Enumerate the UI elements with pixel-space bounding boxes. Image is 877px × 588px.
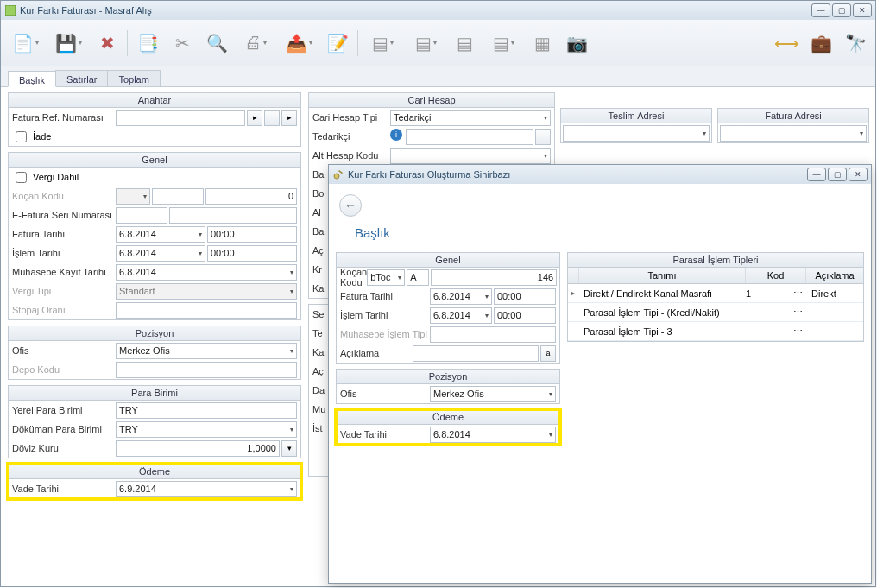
wizard-close-button[interactable]: ✕ <box>849 168 868 181</box>
muhkayit-date[interactable]: 6.8.2014▾ <box>116 264 297 281</box>
iade-checkbox[interactable] <box>16 131 27 142</box>
yerel-input <box>116 402 297 419</box>
layout-button[interactable]: ⟷ <box>772 28 801 58</box>
tab-satirlar[interactable]: Satırlar <box>55 70 108 86</box>
wiz-ode-header: Ödeme <box>337 410 559 425</box>
fatura-ref-nav[interactable]: ▸ <box>281 110 297 126</box>
faturaadr-select[interactable]: ▾ <box>720 125 867 142</box>
briefcase-button[interactable]: 💼 <box>806 28 836 58</box>
tab-toplam[interactable]: Toplam <box>107 70 160 86</box>
camera-button[interactable]: 📷 <box>562 28 591 58</box>
doviz-input[interactable] <box>116 440 280 457</box>
cut-button[interactable]: ✂ <box>167 28 197 58</box>
fatura-ref-input <box>116 110 245 126</box>
odeme-header: Ödeme <box>9 465 300 479</box>
grid-button[interactable]: ▦ <box>527 28 557 58</box>
wiz-isltar-time[interactable] <box>494 307 556 324</box>
teslim-header: Teslim Adresi <box>561 109 711 123</box>
wiz-muhtip-label: Muhasebe İşlem Tipi <box>340 329 430 339</box>
faturaadr-header: Fatura Adresi <box>718 109 868 123</box>
print-button[interactable]: 🖨▾ <box>237 28 274 58</box>
doviz-down[interactable]: ▾ <box>281 440 297 457</box>
wiz-kocan-seq1[interactable] <box>407 269 429 286</box>
doc4-button[interactable]: ▤▾ <box>484 28 522 58</box>
col-aciklama[interactable]: Açıklama <box>806 268 863 283</box>
export-button[interactable]: 📤▾ <box>280 28 318 58</box>
col-tanimi[interactable]: Tanımı <box>579 268 746 283</box>
wiz-vade-label: Vade Tarihi <box>340 429 430 439</box>
fatura-ref-more[interactable]: ⋯ <box>264 110 280 126</box>
wizard-minimize-button[interactable]: — <box>807 168 826 181</box>
islemtarihi-time[interactable] <box>207 245 297 262</box>
maximize-button[interactable]: ▢ <box>832 3 851 17</box>
cell-kod[interactable]: 1⋯ <box>746 288 806 299</box>
depo-label: Depo Kodu <box>12 364 116 375</box>
vade-date[interactable]: 6.9.2014▾ <box>116 481 297 497</box>
wiz-isltar-date[interactable]: 6.8.2014▾ <box>430 307 492 324</box>
vergitipi-select: Standart▾ <box>116 283 297 300</box>
teslim-select[interactable]: ▾ <box>563 125 710 142</box>
note-button[interactable]: 📝 <box>323 28 352 58</box>
wiz-vade-date[interactable]: 6.8.2014▾ <box>430 427 556 443</box>
islemtarihi-label: İşlem Tarihi <box>12 248 116 258</box>
cell-tanimi: Parasal İşlem Tipi - 3 <box>578 326 746 337</box>
wiz-kocan-label: Koçan Kodu <box>340 267 367 288</box>
wizard-title: Kur Farkı Faturası Oluşturma Sihirbazı <box>348 169 807 180</box>
wiz-aciklama-expand[interactable]: a <box>540 345 556 362</box>
col-kod[interactable]: Kod <box>746 268 806 283</box>
preview-button[interactable]: 🔍 <box>202 28 231 58</box>
window-title: Kur Farkı Faturası - Masraf Alış <box>20 5 811 16</box>
wiz-kocan-select[interactable]: bToc▾ <box>367 269 405 286</box>
wiz-kocan-seq2[interactable] <box>431 269 557 286</box>
save-button[interactable]: 💾▾ <box>49 28 87 58</box>
faturatarihi-time[interactable] <box>207 226 297 243</box>
faturatarihi-date[interactable]: 6.8.2014▾ <box>116 226 205 243</box>
wizard-maximize-button[interactable]: ▢ <box>828 168 847 181</box>
kocan-label: Koçan Kodu <box>12 191 116 201</box>
binoculars-button[interactable]: 🔭 <box>841 28 870 58</box>
table-row[interactable]: Parasal İşlem Tipi - 3⋯ <box>568 322 863 341</box>
vergi-dahil-checkbox[interactable] <box>16 172 27 183</box>
anahtar-header: Anahtar <box>9 93 300 108</box>
wizard-back-button[interactable]: ← <box>339 194 362 217</box>
depo-input <box>116 362 297 378</box>
efatura-input <box>116 207 167 224</box>
ofis-select[interactable]: Merkez Ofis▾ <box>116 343 297 359</box>
new-button[interactable]: 📄▾ <box>6 28 44 58</box>
svg-rect-2 <box>338 170 343 174</box>
ofis-label: Ofis <box>12 345 116 356</box>
close-button[interactable]: ✕ <box>853 3 872 17</box>
genel-header: Genel <box>9 153 300 168</box>
info-icon: i <box>390 129 402 141</box>
tab-baslik[interactable]: Başlık <box>8 71 56 87</box>
tedarikci-input[interactable] <box>406 129 533 145</box>
cell-kod[interactable]: ⋯ <box>746 326 806 337</box>
wiz-fattar-date[interactable]: 6.8.2014▾ <box>430 288 492 305</box>
para-header: Para Birimi <box>9 386 300 401</box>
cell-kod[interactable]: ⋯ <box>746 307 806 318</box>
kocan-select: ▾ <box>116 188 150 205</box>
fatura-ref-picker[interactable]: ▸ <box>247 110 262 126</box>
doc2-button[interactable]: ▤▾ <box>407 28 445 58</box>
iade-label: İade <box>33 131 51 142</box>
dokuman-select[interactable]: TRY▾ <box>116 421 297 438</box>
doc3-button[interactable]: ▤ <box>450 28 479 58</box>
althesap-select[interactable]: ▾ <box>390 148 551 164</box>
copy-button[interactable]: 📑 <box>133 28 162 58</box>
doc1-button[interactable]: ▤▾ <box>363 28 401 58</box>
wiz-fattar-time[interactable] <box>494 288 556 305</box>
wiz-ofis-select[interactable]: Merkez Ofis▾ <box>430 386 556 402</box>
table-row[interactable]: Parasal İşlem Tipi - (Kredi/Nakit)⋯ <box>568 303 863 322</box>
vergi-dahil-label: Vergi Dahil <box>33 172 79 182</box>
table-row[interactable]: ▸Direkt / Endirekt Kanal Masrafı1⋯Direkt <box>568 284 863 303</box>
delete-button[interactable]: ✖ <box>92 28 122 58</box>
doviz-label: Döviz Kuru <box>12 443 116 453</box>
minimize-button[interactable]: — <box>811 3 830 17</box>
tedarikci-picker[interactable]: ⋯ <box>535 129 551 145</box>
tedarikci-label: Tedarikçi <box>312 131 390 142</box>
caritip-select[interactable]: Tedarikçi▾ <box>390 110 551 126</box>
faturatarihi-label: Fatura Tarihi <box>12 229 116 239</box>
wiz-aciklama-input[interactable] <box>413 345 539 362</box>
toolbar: 📄▾ 💾▾ ✖ 📑 ✂ 🔍 🖨▾ 📤▾ 📝 ▤▾ ▤▾ ▤ ▤▾ ▦ 📷 ⟷ 💼… <box>1 20 875 66</box>
islemtarihi-date[interactable]: 6.8.2014▾ <box>116 245 205 262</box>
